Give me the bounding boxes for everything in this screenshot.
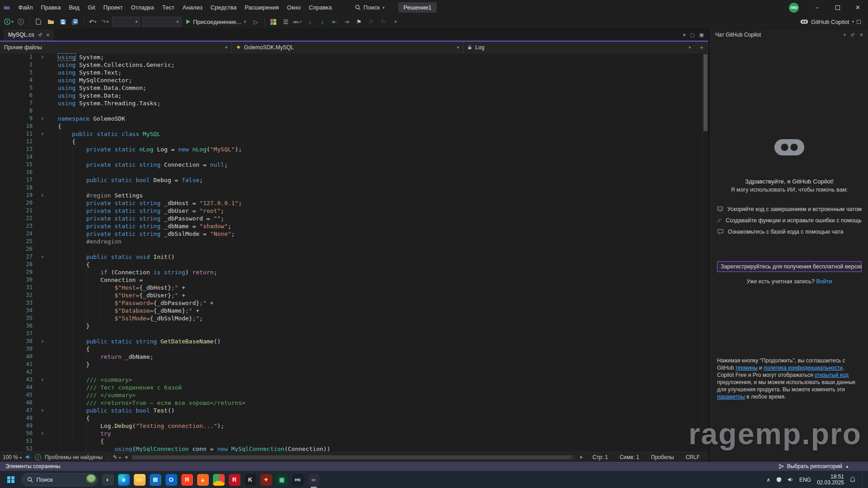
fold-marker[interactable]: ∨ — [38, 407, 47, 414]
code-line-8[interactable]: 8 — [0, 107, 708, 115]
volume-icon[interactable] — [788, 477, 793, 482]
shield-icon[interactable] — [776, 477, 782, 483]
status-indicator[interactable]: CRLF — [680, 454, 706, 460]
code-line-25[interactable]: 25 #endregion — [0, 238, 708, 245]
nav-forward-button[interactable] — [16, 16, 26, 27]
line-number[interactable]: 34 — [0, 307, 38, 314]
fold-marker[interactable]: ∨ — [38, 430, 47, 437]
fold-marker[interactable] — [38, 384, 47, 391]
fold-marker[interactable]: ∨ — [38, 338, 47, 345]
line-number[interactable]: 26 — [0, 245, 38, 253]
code-line-20[interactable]: 20 private static string _dbHost = "127.… — [0, 199, 708, 207]
line-number[interactable]: 48 — [0, 414, 38, 422]
tab-list-chevron-icon[interactable]: ▾ — [683, 32, 686, 38]
notification-bell-icon[interactable] — [850, 477, 855, 483]
line-number[interactable]: 31 — [0, 284, 38, 291]
code-line-9[interactable]: 9∨namespace GolemoSDK — [0, 115, 708, 122]
code-line-41[interactable]: 41 } — [0, 361, 708, 368]
menu-Вид[interactable]: Вид — [65, 0, 84, 15]
code-line-1[interactable]: 1∨using System; — [0, 53, 708, 61]
fold-marker[interactable] — [38, 84, 47, 92]
taskbar-icon-app-green[interactable]: ▣ — [276, 474, 288, 486]
project-dropdown[interactable]: Прочие файлы ▾ — [0, 42, 232, 53]
fold-marker[interactable] — [38, 445, 47, 452]
code-line-24[interactable]: 24 private static string _dbSslMode = "N… — [0, 230, 708, 238]
code-line-48[interactable]: 48 { — [0, 414, 708, 422]
bookmark-prev-icon[interactable]: ⚐ — [366, 16, 376, 27]
panel-menu-chevron-icon[interactable]: ▾ — [844, 33, 846, 37]
code-line-30[interactable]: 30 Connection = — [0, 276, 708, 284]
code-line-36[interactable]: 36 } — [0, 322, 708, 330]
code-line-32[interactable]: 32 $"User={_dbUser};" + — [0, 291, 708, 299]
line-number[interactable]: 51 — [0, 437, 38, 445]
status-indicator[interactable]: Стр: 1 — [587, 454, 614, 460]
code-line-22[interactable]: 22 private static string _dbPassword = "… — [0, 215, 708, 222]
hidden-icons-chevron[interactable]: ∧ — [766, 477, 770, 483]
code-line-28[interactable]: 28 { — [0, 261, 708, 268]
fold-marker[interactable]: ∨ — [38, 376, 47, 384]
line-number[interactable]: 38 — [0, 338, 38, 345]
line-number[interactable]: 25 — [0, 238, 38, 245]
line-number[interactable]: 29 — [0, 268, 38, 276]
fold-marker[interactable] — [38, 276, 47, 284]
line-number[interactable]: 27 — [0, 253, 38, 261]
line-number[interactable]: 32 — [0, 291, 38, 299]
fold-marker[interactable] — [38, 368, 47, 376]
code-line-52[interactable]: 52 using(MySqlConnection conn = new MySq… — [0, 445, 708, 452]
signin-link[interactable]: Войти — [816, 278, 832, 285]
indent-increase-icon[interactable]: ⇥ — [342, 16, 352, 27]
task-list-icon[interactable]: ☰ — [281, 16, 291, 27]
pin-icon[interactable] — [850, 33, 855, 37]
fold-marker[interactable] — [38, 314, 47, 322]
scrollbar-thumb[interactable] — [703, 54, 708, 131]
fold-marker[interactable] — [38, 161, 47, 169]
fold-marker[interactable]: ∨ — [38, 115, 47, 122]
code-line-11[interactable]: 11∨ public static class MySQL — [0, 130, 708, 138]
code-line-35[interactable]: 35 $"SslMode={_dbSslMode};"; — [0, 314, 708, 322]
fold-marker[interactable] — [38, 353, 47, 361]
panel-close-icon[interactable]: ✕ — [859, 32, 863, 38]
fold-marker[interactable] — [38, 184, 47, 192]
show-desktop-sliver[interactable] — [862, 473, 863, 487]
taskbar-icon-app-dark[interactable]: ◐ — [102, 474, 114, 486]
line-number[interactable]: 9 — [0, 115, 38, 122]
code-line-16[interactable]: 16 — [0, 169, 708, 176]
line-number[interactable]: 50 — [0, 430, 38, 437]
code-line-13[interactable]: 13 private static nLog Log = new nLog("M… — [0, 145, 708, 153]
line-number[interactable]: 33 — [0, 299, 38, 307]
fold-marker[interactable] — [38, 199, 47, 207]
fold-marker[interactable] — [38, 138, 47, 145]
minimize-button[interactable]: – — [807, 0, 827, 15]
menu-Средства[interactable]: Средства — [207, 0, 241, 15]
code-line-7[interactable]: 7using System.Threading.Tasks; — [0, 99, 708, 107]
search-highlight-image[interactable] — [86, 474, 96, 485]
line-number[interactable]: 35 — [0, 314, 38, 322]
fold-marker[interactable] — [38, 215, 47, 222]
code-line-18[interactable]: 18 — [0, 184, 708, 192]
code-line-2[interactable]: 2using System.Collections.Generic; — [0, 61, 708, 69]
line-number[interactable]: 21 — [0, 207, 38, 215]
line-number[interactable]: 10 — [0, 122, 38, 130]
fold-marker[interactable] — [38, 222, 47, 230]
avatar[interactable]: ЛЮ — [789, 3, 799, 13]
taskbar-icon-app-orange[interactable]: ▲ — [197, 474, 209, 486]
scroll-right-icon[interactable]: ▶ — [580, 455, 583, 459]
code-line-17[interactable]: 17 public static bool Debug = false; — [0, 176, 708, 184]
line-number[interactable]: 17 — [0, 176, 38, 184]
fold-marker[interactable]: ∨ — [38, 53, 47, 61]
fold-marker[interactable] — [38, 69, 47, 76]
line-number[interactable]: 15 — [0, 161, 38, 169]
save-button[interactable] — [58, 16, 68, 27]
fold-marker[interactable] — [38, 345, 47, 353]
taskbar-icon-outlook[interactable]: O — [165, 474, 177, 486]
fold-marker[interactable] — [38, 122, 47, 130]
line-number[interactable]: 6 — [0, 92, 38, 99]
menu-Правка[interactable]: Правка — [37, 0, 65, 15]
window-layout-icon[interactable]: ▢ — [690, 32, 694, 38]
fold-marker[interactable] — [38, 245, 47, 253]
fold-marker[interactable] — [38, 322, 47, 330]
scroll-left-icon[interactable]: ◀ — [125, 455, 127, 459]
line-number[interactable]: 2 — [0, 61, 38, 69]
taskbar-icon-app-red2[interactable]: ✦ — [260, 474, 272, 486]
menu-Анализ[interactable]: Анализ — [179, 0, 207, 15]
